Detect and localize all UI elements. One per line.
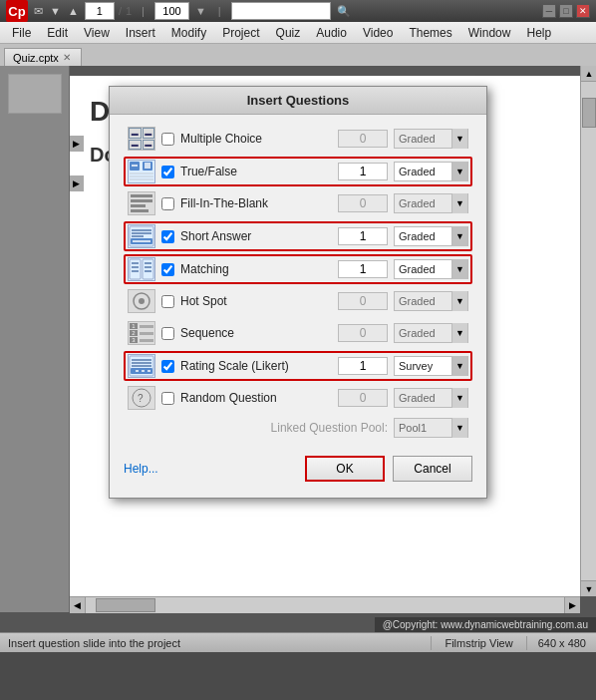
menu-window[interactable]: Window xyxy=(460,24,519,42)
menu-project[interactable]: Project xyxy=(214,24,267,42)
count-short-answer[interactable] xyxy=(338,227,388,245)
app-logo: Cp xyxy=(6,0,28,22)
page-separator: / xyxy=(119,5,122,17)
menu-bar: File Edit View Insert Modify Project Qui… xyxy=(0,22,596,44)
menu-insert[interactable]: Insert xyxy=(118,24,163,42)
type-text-fill-blank: Graded xyxy=(395,197,451,209)
maximize-button[interactable]: □ xyxy=(559,4,573,18)
type-arrow-matching[interactable]: ▼ xyxy=(451,259,467,279)
menu-themes[interactable]: Themes xyxy=(401,24,459,42)
row-short-answer: Short Answer Graded ▼ xyxy=(124,221,472,251)
checkbox-matching[interactable] xyxy=(161,263,174,276)
icon-sequence: 1 2 3 xyxy=(128,321,155,345)
row-matching: Matching Graded ▼ xyxy=(124,254,472,284)
cancel-button[interactable]: Cancel xyxy=(393,456,472,482)
type-arrow-short-answer[interactable]: ▼ xyxy=(451,226,467,246)
row-random-question: ? Random Question Graded ▼ xyxy=(124,384,472,412)
ok-button[interactable]: OK xyxy=(305,456,385,482)
count-rating-scale[interactable] xyxy=(338,357,388,375)
menu-quiz[interactable]: Quiz xyxy=(268,24,309,42)
menu-file[interactable]: File xyxy=(4,24,39,42)
divider-2: | xyxy=(218,5,221,17)
type-hot-spot[interactable]: Graded ▼ xyxy=(394,291,468,311)
count-sequence[interactable] xyxy=(338,324,388,342)
checkbox-rating-scale[interactable] xyxy=(161,360,174,373)
status-divider-2 xyxy=(526,636,527,650)
type-rating-scale[interactable]: Survey ▼ xyxy=(394,356,468,376)
nav-forward-icon[interactable]: ▲ xyxy=(68,5,79,17)
linked-pool-label: Linked Question Pool: xyxy=(271,421,388,435)
checkbox-true-false[interactable] xyxy=(161,166,174,178)
title-bar: Cp ✉ ▼ ▲ / 1 | ▼ | 🔍 ─ □ ✕ xyxy=(0,0,596,22)
search-input[interactable] xyxy=(231,2,331,20)
checkbox-multiple-choice[interactable] xyxy=(161,133,174,146)
type-text-random-question: Graded xyxy=(395,392,451,404)
dialog-footer: Help... OK Cancel xyxy=(110,448,486,482)
close-button[interactable]: ✕ xyxy=(576,4,590,18)
menu-video[interactable]: Video xyxy=(355,24,401,42)
search-icon[interactable]: 🔍 xyxy=(337,5,351,18)
count-true-false[interactable] xyxy=(338,163,388,180)
type-arrow-fill-blank[interactable]: ▼ xyxy=(451,193,467,213)
menu-view[interactable]: View xyxy=(76,24,118,42)
status-message: Insert question slide into the project xyxy=(0,637,431,649)
type-arrow-hot-spot[interactable]: ▼ xyxy=(451,291,467,311)
type-arrow-true-false[interactable]: ▼ xyxy=(451,162,467,181)
icon-true-false xyxy=(128,160,155,183)
type-arrow-multiple-choice[interactable]: ▼ xyxy=(451,129,467,149)
checkbox-sequence[interactable] xyxy=(161,327,174,340)
help-link[interactable]: Help... xyxy=(124,462,158,476)
dialog-overlay: Insert Questions ▬ ▬ ▬ ▬ Multiple Choice xyxy=(0,66,596,632)
count-multiple-choice[interactable] xyxy=(338,130,388,148)
tab-quiz-cptx[interactable]: Quiz.cptx ✕ xyxy=(4,48,82,66)
type-text-sequence: Graded xyxy=(395,327,451,339)
email-icon[interactable]: ✉ xyxy=(34,5,43,17)
menu-audio[interactable]: Audio xyxy=(308,24,355,42)
type-text-matching: Graded xyxy=(395,263,451,275)
label-rating-scale: Rating Scale (Likert) xyxy=(180,359,332,373)
status-view[interactable]: Filmstrip View xyxy=(433,637,524,649)
count-matching[interactable] xyxy=(338,260,388,278)
menu-modify[interactable]: Modify xyxy=(163,24,214,42)
checkbox-hot-spot[interactable] xyxy=(161,295,174,308)
row-multiple-choice: ▬ ▬ ▬ ▬ Multiple Choice Graded ▼ xyxy=(124,125,472,153)
count-fill-blank[interactable] xyxy=(338,194,388,212)
type-random-question[interactable]: Graded ▼ xyxy=(394,388,468,408)
type-text-true-false: Graded xyxy=(395,166,451,177)
pool-select-arrow[interactable]: ▼ xyxy=(451,418,467,438)
type-fill-blank[interactable]: Graded ▼ xyxy=(394,193,468,213)
type-arrow-random-question[interactable]: ▼ xyxy=(451,388,467,408)
checkbox-short-answer[interactable] xyxy=(161,230,174,243)
type-multiple-choice[interactable]: Graded ▼ xyxy=(394,129,468,149)
type-arrow-sequence[interactable]: ▼ xyxy=(451,323,467,343)
footer-buttons: OK Cancel xyxy=(305,456,472,482)
label-true-false: True/False xyxy=(180,165,332,178)
checkbox-fill-blank[interactable] xyxy=(161,197,174,210)
title-bar-left: Cp ✉ ▼ ▲ / 1 | ▼ | 🔍 xyxy=(6,0,353,22)
tab-close-icon[interactable]: ✕ xyxy=(63,52,71,63)
label-hot-spot: Hot Spot xyxy=(180,294,332,308)
label-random-question: Random Question xyxy=(180,391,332,405)
insert-questions-dialog: Insert Questions ▬ ▬ ▬ ▬ Multiple Choice xyxy=(109,86,487,499)
label-multiple-choice: Multiple Choice xyxy=(180,132,332,146)
count-hot-spot[interactable] xyxy=(338,292,388,310)
type-matching[interactable]: Graded ▼ xyxy=(394,259,468,279)
icon-matching xyxy=(128,257,155,281)
type-arrow-rating-scale[interactable]: ▼ xyxy=(451,356,467,376)
copyright-bar: @Copyright: www.dynamicwebtraining.com.a… xyxy=(375,617,596,632)
page-number-input[interactable] xyxy=(85,2,115,20)
pool-select[interactable]: Pool1 ▼ xyxy=(394,418,468,438)
type-true-false[interactable]: Graded ▼ xyxy=(394,162,468,181)
window-controls: ─ □ ✕ xyxy=(542,4,590,18)
checkbox-random-question[interactable] xyxy=(161,392,174,405)
type-short-answer[interactable]: Graded ▼ xyxy=(394,226,468,246)
icon-fill-blank xyxy=(128,191,155,215)
minimize-button[interactable]: ─ xyxy=(542,4,556,18)
nav-back-icon[interactable]: ▼ xyxy=(50,5,61,17)
menu-help[interactable]: Help xyxy=(518,24,559,42)
count-random-question[interactable] xyxy=(338,389,388,407)
zoom-input[interactable] xyxy=(154,2,189,20)
zoom-dropdown-icon[interactable]: ▼ xyxy=(195,5,206,17)
type-sequence[interactable]: Graded ▼ xyxy=(394,323,468,343)
menu-edit[interactable]: Edit xyxy=(39,24,76,42)
